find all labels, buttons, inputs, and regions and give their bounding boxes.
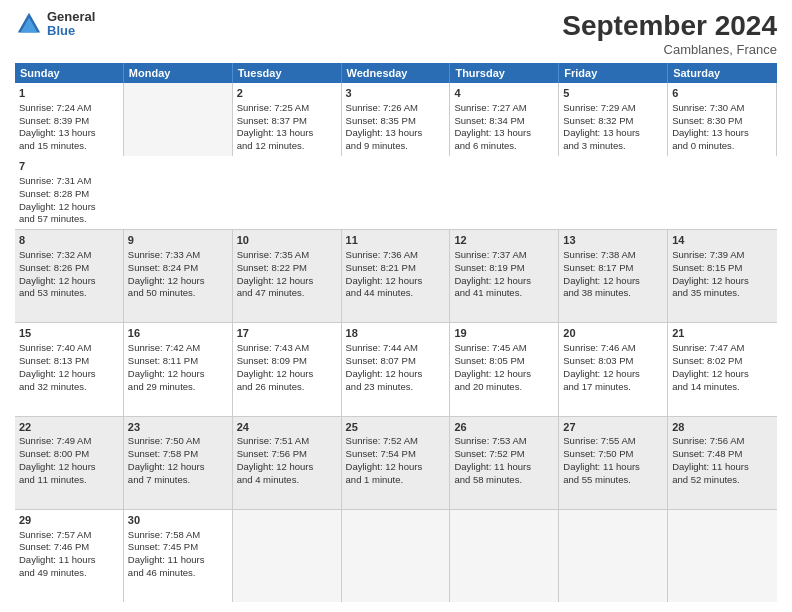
calendar-cell [124,83,233,156]
calendar-cell: 6Sunrise: 7:30 AMSunset: 8:30 PMDaylight… [668,83,777,156]
calendar-cell [450,510,559,602]
day-number: 22 [19,420,119,435]
calendar-cell [342,510,451,602]
day-number: 15 [19,326,119,341]
calendar-cell: 18Sunrise: 7:44 AMSunset: 8:07 PMDayligh… [342,323,451,415]
logo-line1: General [47,10,95,24]
day-number: 7 [19,159,120,174]
day-number: 13 [563,233,663,248]
calendar-cell: 12Sunrise: 7:37 AMSunset: 8:19 PMDayligh… [450,230,559,322]
calendar-row: 22Sunrise: 7:49 AMSunset: 8:00 PMDayligh… [15,417,777,510]
calendar-cell: 15Sunrise: 7:40 AMSunset: 8:13 PMDayligh… [15,323,124,415]
calendar-cell: 4Sunrise: 7:27 AMSunset: 8:34 PMDaylight… [450,83,559,156]
calendar-cell: 7Sunrise: 7:31 AMSunset: 8:28 PMDaylight… [15,156,124,229]
calendar-cell: 19Sunrise: 7:45 AMSunset: 8:05 PMDayligh… [450,323,559,415]
calendar-cell: 10Sunrise: 7:35 AMSunset: 8:22 PMDayligh… [233,230,342,322]
header-day-friday: Friday [559,63,668,83]
calendar-row: 1Sunrise: 7:24 AMSunset: 8:39 PMDaylight… [15,83,777,230]
calendar-cell [233,510,342,602]
day-number: 23 [128,420,228,435]
calendar-row: 15Sunrise: 7:40 AMSunset: 8:13 PMDayligh… [15,323,777,416]
calendar-cell: 23Sunrise: 7:50 AMSunset: 7:58 PMDayligh… [124,417,233,509]
calendar-cell: 27Sunrise: 7:55 AMSunset: 7:50 PMDayligh… [559,417,668,509]
day-number: 14 [672,233,773,248]
calendar-cell: 26Sunrise: 7:53 AMSunset: 7:52 PMDayligh… [450,417,559,509]
calendar-cell: 24Sunrise: 7:51 AMSunset: 7:56 PMDayligh… [233,417,342,509]
calendar-cell: 16Sunrise: 7:42 AMSunset: 8:11 PMDayligh… [124,323,233,415]
day-number: 5 [563,86,663,101]
calendar-cell: 21Sunrise: 7:47 AMSunset: 8:02 PMDayligh… [668,323,777,415]
logo-icon [15,10,43,38]
calendar-cell: 8Sunrise: 7:32 AMSunset: 8:26 PMDaylight… [15,230,124,322]
day-number: 2 [237,86,337,101]
calendar-header: SundayMondayTuesdayWednesdayThursdayFrid… [15,63,777,83]
page: General Blue September 2024 Camblanes, F… [0,0,792,612]
logo-text: General Blue [47,10,95,39]
day-number: 27 [563,420,663,435]
calendar-cell: 28Sunrise: 7:56 AMSunset: 7:48 PMDayligh… [668,417,777,509]
calendar: SundayMondayTuesdayWednesdayThursdayFrid… [15,63,777,602]
logo: General Blue [15,10,95,39]
subtitle: Camblanes, France [562,42,777,57]
header-day-saturday: Saturday [668,63,777,83]
calendar-cell: 20Sunrise: 7:46 AMSunset: 8:03 PMDayligh… [559,323,668,415]
day-number: 10 [237,233,337,248]
day-number: 3 [346,86,446,101]
title-block: September 2024 Camblanes, France [562,10,777,57]
day-number: 18 [346,326,446,341]
calendar-cell: 2Sunrise: 7:25 AMSunset: 8:37 PMDaylight… [233,83,342,156]
calendar-cell: 11Sunrise: 7:36 AMSunset: 8:21 PMDayligh… [342,230,451,322]
day-number: 9 [128,233,228,248]
calendar-cell: 3Sunrise: 7:26 AMSunset: 8:35 PMDaylight… [342,83,451,156]
day-number: 16 [128,326,228,341]
header-day-sunday: Sunday [15,63,124,83]
day-number: 21 [672,326,773,341]
calendar-row: 29Sunrise: 7:57 AMSunset: 7:46 PMDayligh… [15,510,777,602]
day-number: 19 [454,326,554,341]
calendar-cell: 30Sunrise: 7:58 AMSunset: 7:45 PMDayligh… [124,510,233,602]
month-title: September 2024 [562,10,777,42]
header-day-tuesday: Tuesday [233,63,342,83]
calendar-cell: 29Sunrise: 7:57 AMSunset: 7:46 PMDayligh… [15,510,124,602]
calendar-row: 8Sunrise: 7:32 AMSunset: 8:26 PMDaylight… [15,230,777,323]
day-number: 1 [19,86,119,101]
day-number: 8 [19,233,119,248]
header: General Blue September 2024 Camblanes, F… [15,10,777,57]
header-day-monday: Monday [124,63,233,83]
logo-line2: Blue [47,24,95,38]
day-number: 17 [237,326,337,341]
day-number: 11 [346,233,446,248]
calendar-cell: 22Sunrise: 7:49 AMSunset: 8:00 PMDayligh… [15,417,124,509]
calendar-cell: 14Sunrise: 7:39 AMSunset: 8:15 PMDayligh… [668,230,777,322]
day-number: 12 [454,233,554,248]
calendar-cell: 25Sunrise: 7:52 AMSunset: 7:54 PMDayligh… [342,417,451,509]
calendar-cell: 13Sunrise: 7:38 AMSunset: 8:17 PMDayligh… [559,230,668,322]
calendar-cell [668,510,777,602]
day-number: 26 [454,420,554,435]
calendar-cell: 1Sunrise: 7:24 AMSunset: 8:39 PMDaylight… [15,83,124,156]
day-number: 30 [128,513,228,528]
day-number: 29 [19,513,119,528]
calendar-cell: 17Sunrise: 7:43 AMSunset: 8:09 PMDayligh… [233,323,342,415]
calendar-cell: 9Sunrise: 7:33 AMSunset: 8:24 PMDaylight… [124,230,233,322]
calendar-cell: 5Sunrise: 7:29 AMSunset: 8:32 PMDaylight… [559,83,668,156]
day-number: 24 [237,420,337,435]
calendar-cell [559,510,668,602]
day-number: 28 [672,420,773,435]
day-number: 4 [454,86,554,101]
day-number: 20 [563,326,663,341]
day-number: 25 [346,420,446,435]
day-number: 6 [672,86,772,101]
calendar-body: 1Sunrise: 7:24 AMSunset: 8:39 PMDaylight… [15,83,777,602]
header-day-wednesday: Wednesday [342,63,451,83]
header-day-thursday: Thursday [450,63,559,83]
